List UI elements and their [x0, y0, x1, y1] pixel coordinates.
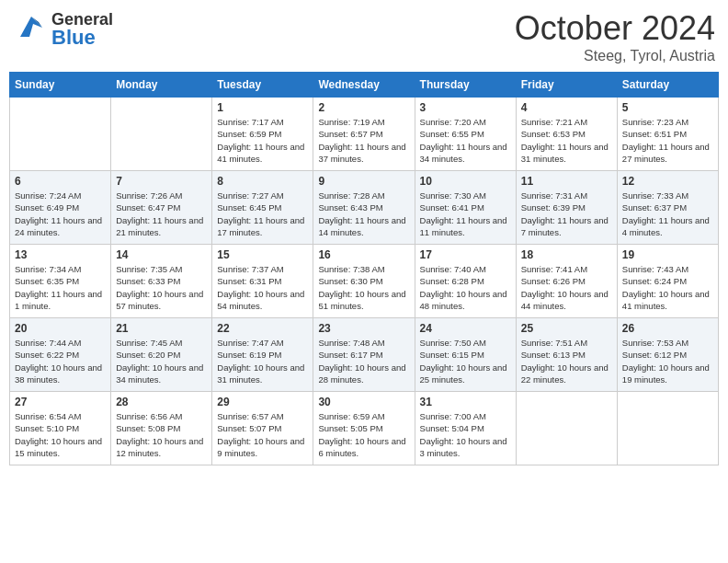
cell-daylight-info: Sunrise: 7:19 AM Sunset: 6:57 PM Dayligh… [318, 116, 409, 165]
cell-daylight-info: Sunrise: 7:43 AM Sunset: 6:24 PM Dayligh… [622, 263, 713, 312]
calendar-cell: 5Sunrise: 7:23 AM Sunset: 6:51 PM Daylig… [617, 98, 718, 171]
calendar-cell: 14Sunrise: 7:35 AM Sunset: 6:33 PM Dayli… [111, 245, 212, 318]
calendar-cell: 27Sunrise: 6:54 AM Sunset: 5:10 PM Dayli… [10, 392, 111, 465]
day-number: 11 [521, 175, 612, 188]
calendar-cell: 28Sunrise: 6:56 AM Sunset: 5:08 PM Dayli… [111, 392, 212, 465]
calendar-cell: 23Sunrise: 7:48 AM Sunset: 6:17 PM Dayli… [313, 318, 415, 392]
cell-daylight-info: Sunrise: 7:53 AM Sunset: 6:12 PM Dayligh… [622, 337, 713, 385]
cell-daylight-info: Sunrise: 7:20 AM Sunset: 6:55 PM Dayligh… [420, 116, 511, 165]
calendar-cell: 9Sunrise: 7:28 AM Sunset: 6:43 PM Daylig… [313, 171, 415, 245]
calendar-table: SundayMondayTuesdayWednesdayThursdayFrid… [9, 72, 719, 465]
cell-daylight-info: Sunrise: 6:59 AM Sunset: 5:05 PM Dayligh… [318, 410, 409, 459]
cell-daylight-info: Sunrise: 7:30 AM Sunset: 6:41 PM Dayligh… [420, 190, 511, 238]
cell-daylight-info: Sunrise: 7:51 AM Sunset: 6:13 PM Dayligh… [521, 337, 612, 385]
month-year-title: October 2024 [515, 9, 715, 48]
day-number: 21 [116, 322, 207, 335]
day-number: 24 [420, 322, 511, 335]
calendar-cell: 7Sunrise: 7:26 AM Sunset: 6:47 PM Daylig… [111, 171, 212, 245]
cell-daylight-info: Sunrise: 6:57 AM Sunset: 5:07 PM Dayligh… [217, 410, 308, 459]
logo-blue-text: Blue [51, 28, 113, 48]
day-of-week-header: Wednesday [313, 73, 415, 98]
logo-general-text: General [51, 11, 113, 28]
calendar-cell: 21Sunrise: 7:45 AM Sunset: 6:20 PM Dayli… [111, 318, 212, 392]
calendar-cell [111, 98, 212, 171]
day-of-week-header: Friday [516, 73, 617, 98]
calendar-cell: 4Sunrise: 7:21 AM Sunset: 6:53 PM Daylig… [516, 98, 617, 171]
logo-name: General Blue [51, 11, 113, 48]
calendar-cell: 1Sunrise: 7:17 AM Sunset: 6:59 PM Daylig… [212, 98, 313, 171]
day-of-week-header: Saturday [617, 73, 718, 98]
cell-daylight-info: Sunrise: 7:23 AM Sunset: 6:51 PM Dayligh… [622, 116, 713, 165]
day-number: 31 [420, 396, 511, 408]
day-number: 7 [116, 175, 207, 188]
logo: General Blue [13, 9, 113, 49]
calendar-cell: 19Sunrise: 7:43 AM Sunset: 6:24 PM Dayli… [617, 245, 718, 318]
cell-daylight-info: Sunrise: 7:33 AM Sunset: 6:37 PM Dayligh… [622, 190, 713, 238]
logo-icon [13, 9, 48, 49]
calendar-cell: 15Sunrise: 7:37 AM Sunset: 6:31 PM Dayli… [212, 245, 313, 318]
cell-daylight-info: Sunrise: 7:44 AM Sunset: 6:22 PM Dayligh… [15, 337, 106, 385]
calendar-cell [516, 392, 617, 465]
cell-daylight-info: Sunrise: 7:31 AM Sunset: 6:39 PM Dayligh… [521, 190, 612, 238]
calendar-cell: 17Sunrise: 7:40 AM Sunset: 6:28 PM Dayli… [415, 245, 516, 318]
calendar-week-row: 27Sunrise: 6:54 AM Sunset: 5:10 PM Dayli… [10, 392, 719, 465]
day-number: 28 [116, 396, 207, 408]
cell-daylight-info: Sunrise: 7:37 AM Sunset: 6:31 PM Dayligh… [217, 263, 308, 312]
day-number: 25 [521, 322, 612, 335]
calendar-cell: 11Sunrise: 7:31 AM Sunset: 6:39 PM Dayli… [516, 171, 617, 245]
cell-daylight-info: Sunrise: 6:56 AM Sunset: 5:08 PM Dayligh… [116, 410, 207, 459]
calendar-cell: 6Sunrise: 7:24 AM Sunset: 6:49 PM Daylig… [10, 171, 111, 245]
day-number: 5 [622, 101, 713, 114]
calendar-cell: 20Sunrise: 7:44 AM Sunset: 6:22 PM Dayli… [10, 318, 111, 392]
cell-daylight-info: Sunrise: 7:45 AM Sunset: 6:20 PM Dayligh… [116, 337, 207, 385]
cell-daylight-info: Sunrise: 7:00 AM Sunset: 5:04 PM Dayligh… [420, 410, 511, 459]
cell-daylight-info: Sunrise: 7:26 AM Sunset: 6:47 PM Dayligh… [116, 190, 207, 238]
calendar-cell: 13Sunrise: 7:34 AM Sunset: 6:35 PM Dayli… [10, 245, 111, 318]
cell-daylight-info: Sunrise: 7:28 AM Sunset: 6:43 PM Dayligh… [318, 190, 409, 238]
day-number: 18 [521, 248, 612, 261]
svg-marker-0 [20, 17, 42, 37]
day-number: 27 [15, 396, 106, 408]
calendar-cell: 8Sunrise: 7:27 AM Sunset: 6:45 PM Daylig… [212, 171, 313, 245]
calendar-cell: 26Sunrise: 7:53 AM Sunset: 6:12 PM Dayli… [617, 318, 718, 392]
day-number: 8 [217, 175, 308, 188]
calendar-cell [617, 392, 718, 465]
cell-daylight-info: Sunrise: 7:40 AM Sunset: 6:28 PM Dayligh… [420, 263, 511, 312]
calendar-body: 1Sunrise: 7:17 AM Sunset: 6:59 PM Daylig… [10, 98, 719, 465]
cell-daylight-info: Sunrise: 7:27 AM Sunset: 6:45 PM Dayligh… [217, 190, 308, 238]
cell-daylight-info: Sunrise: 7:17 AM Sunset: 6:59 PM Dayligh… [217, 116, 308, 165]
day-number: 16 [318, 248, 409, 261]
day-number: 23 [318, 322, 409, 335]
day-number: 22 [217, 322, 308, 335]
calendar-cell: 29Sunrise: 6:57 AM Sunset: 5:07 PM Dayli… [212, 392, 313, 465]
cell-daylight-info: Sunrise: 7:50 AM Sunset: 6:15 PM Dayligh… [420, 337, 511, 385]
day-number: 19 [622, 248, 713, 261]
cell-daylight-info: Sunrise: 7:34 AM Sunset: 6:35 PM Dayligh… [15, 263, 106, 312]
day-number: 10 [420, 175, 511, 188]
day-of-week-header: Tuesday [212, 73, 313, 98]
cell-daylight-info: Sunrise: 7:41 AM Sunset: 6:26 PM Dayligh… [521, 263, 612, 312]
day-number: 2 [318, 101, 409, 114]
location-subtitle: Steeg, Tyrol, Austria [515, 48, 715, 64]
calendar-cell: 16Sunrise: 7:38 AM Sunset: 6:30 PM Dayli… [313, 245, 415, 318]
calendar-cell [10, 98, 111, 171]
day-number: 14 [116, 248, 207, 261]
day-number: 20 [15, 322, 106, 335]
calendar-week-row: 20Sunrise: 7:44 AM Sunset: 6:22 PM Dayli… [10, 318, 719, 392]
cell-daylight-info: Sunrise: 7:47 AM Sunset: 6:19 PM Dayligh… [217, 337, 308, 385]
calendar-week-row: 1Sunrise: 7:17 AM Sunset: 6:59 PM Daylig… [10, 98, 719, 171]
day-number: 13 [15, 248, 106, 261]
calendar-cell: 25Sunrise: 7:51 AM Sunset: 6:13 PM Dayli… [516, 318, 617, 392]
day-number: 6 [15, 175, 106, 188]
day-of-week-header: Sunday [10, 73, 111, 98]
day-number: 17 [420, 248, 511, 261]
day-number: 4 [521, 101, 612, 114]
day-number: 9 [318, 175, 409, 188]
cell-daylight-info: Sunrise: 7:48 AM Sunset: 6:17 PM Dayligh… [318, 337, 409, 385]
calendar-week-row: 13Sunrise: 7:34 AM Sunset: 6:35 PM Dayli… [10, 245, 719, 318]
day-number: 30 [318, 396, 409, 408]
day-number: 26 [622, 322, 713, 335]
day-number: 15 [217, 248, 308, 261]
calendar-cell: 12Sunrise: 7:33 AM Sunset: 6:37 PM Dayli… [617, 171, 718, 245]
calendar-cell: 31Sunrise: 7:00 AM Sunset: 5:04 PM Dayli… [415, 392, 516, 465]
